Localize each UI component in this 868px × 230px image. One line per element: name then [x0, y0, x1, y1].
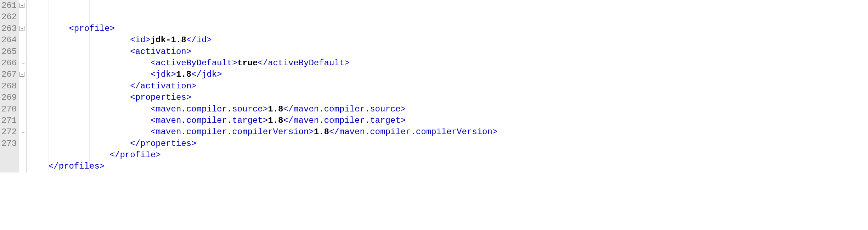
xml-text: true [237, 58, 258, 68]
xml-tag-name: jdk [202, 70, 217, 79]
xml-text: 1.8 [314, 127, 329, 137]
xml-text: jdk-1.8 [151, 35, 186, 45]
xml-bracket: > [309, 127, 314, 137]
xml-bracket: < [130, 93, 135, 102]
code-line[interactable]: <activeByDefault>true</activeByDefault> [28, 58, 868, 69]
xml-bracket: > [145, 35, 150, 45]
xml-tag-name: jdk [156, 70, 171, 79]
xml-tag-name: maven.compiler.compilerVersion [156, 127, 309, 137]
xml-bracket: > [401, 104, 406, 114]
code-line[interactable]: <properties> [28, 92, 868, 103]
line-number: 264 [1, 34, 17, 46]
line-number: 266 [1, 58, 17, 69]
xml-bracket: </ [49, 161, 59, 171]
xml-bracket: </ [110, 150, 120, 160]
code-line[interactable]: <maven.compiler.compilerVersion>1.8</mav… [28, 126, 868, 138]
xml-bracket: < [130, 35, 135, 45]
xml-bracket: </ [258, 58, 268, 68]
xml-bracket: </ [329, 127, 339, 137]
xml-tag-name: id [197, 35, 207, 45]
xml-bracket: > [100, 161, 105, 171]
xml-tag-name: profile [120, 150, 156, 160]
fold-column: --- [19, 0, 27, 172]
line-number: 271 [1, 115, 17, 126]
xml-text: 1.8 [268, 104, 283, 114]
xml-tag-name: maven.compiler.source [156, 104, 263, 114]
xml-bracket: </ [130, 139, 140, 148]
xml-tag-name: maven.compiler.target [156, 116, 263, 125]
xml-bracket: > [263, 104, 268, 114]
code-line[interactable]: </properties> [28, 138, 868, 149]
line-number: 262 [1, 11, 17, 23]
code-line[interactable]: <maven.compiler.source>1.8</maven.compil… [28, 104, 868, 115]
xml-bracket: > [232, 58, 237, 68]
xml-tag-name: properties [140, 139, 191, 148]
line-number: 273 [1, 138, 17, 149]
line-number: 272 [1, 126, 17, 138]
xml-bracket: </ [186, 35, 197, 45]
code-area[interactable]: <profile> <id>jdk-1.8</id> <activation> … [27, 0, 868, 172]
xml-bracket: > [217, 70, 222, 79]
line-number-gutter: 261262263264265266267268269270271272273 [0, 0, 19, 172]
xml-bracket: > [263, 116, 268, 125]
xml-tag-name: activeByDefault [156, 58, 232, 68]
xml-bracket: > [171, 70, 176, 79]
xml-bracket: </ [283, 116, 293, 125]
code-line[interactable]: <jdk>1.8</jdk> [28, 69, 868, 80]
xml-bracket: </ [130, 81, 140, 91]
xml-bracket: > [191, 81, 196, 91]
xml-text: 1.8 [176, 70, 191, 79]
xml-tag-name: id [135, 35, 146, 45]
xml-text: 1.8 [268, 116, 283, 125]
xml-bracket: > [207, 35, 212, 45]
line-number: 267 [1, 69, 17, 80]
xml-tag-name: activeByDefault [268, 58, 344, 68]
xml-bracket: < [130, 47, 135, 56]
xml-bracket: > [156, 150, 160, 160]
xml-bracket: > [191, 139, 196, 148]
xml-bracket: < [69, 24, 74, 33]
xml-bracket: < [151, 127, 156, 137]
line-number: 268 [1, 81, 17, 92]
line-number: 270 [1, 104, 17, 115]
xml-tag-name: profiles [59, 161, 100, 171]
xml-bracket: < [151, 70, 156, 79]
xml-bracket: > [344, 58, 349, 68]
code-line[interactable]: <id>jdk-1.8</id> [28, 34, 868, 46]
xml-bracket: < [151, 116, 156, 125]
line-number: 263 [1, 23, 17, 34]
xml-tag-name: maven.compiler.source [293, 104, 400, 114]
code-line[interactable]: <maven.compiler.target>1.8</maven.compil… [28, 115, 868, 126]
code-line[interactable]: <profile> [28, 23, 868, 34]
xml-tag-name: maven.compiler.target [293, 116, 400, 125]
xml-bracket: > [186, 93, 191, 102]
line-number: 269 [1, 92, 17, 103]
xml-bracket: > [110, 24, 115, 33]
line-number: 265 [1, 46, 17, 58]
xml-tag-name: activation [135, 47, 186, 56]
xml-tag-name: maven.compiler.compilerVersion [339, 127, 492, 137]
xml-bracket: > [401, 116, 406, 125]
xml-bracket: > [186, 47, 191, 56]
line-number: 261 [1, 0, 17, 11]
xml-bracket: < [151, 58, 156, 68]
code-line[interactable]: </profile> [28, 149, 868, 161]
code-line[interactable]: </activation> [28, 81, 868, 92]
xml-tag-name: activation [140, 81, 191, 91]
xml-tag-name: properties [135, 93, 186, 102]
code-line[interactable]: </profiles> [28, 161, 868, 172]
xml-tag-name: profile [74, 24, 110, 33]
xml-bracket: </ [191, 70, 202, 79]
code-line[interactable]: <activation> [28, 46, 868, 58]
xml-bracket: > [492, 127, 497, 137]
xml-bracket: < [151, 104, 156, 114]
xml-bracket: </ [283, 104, 293, 114]
